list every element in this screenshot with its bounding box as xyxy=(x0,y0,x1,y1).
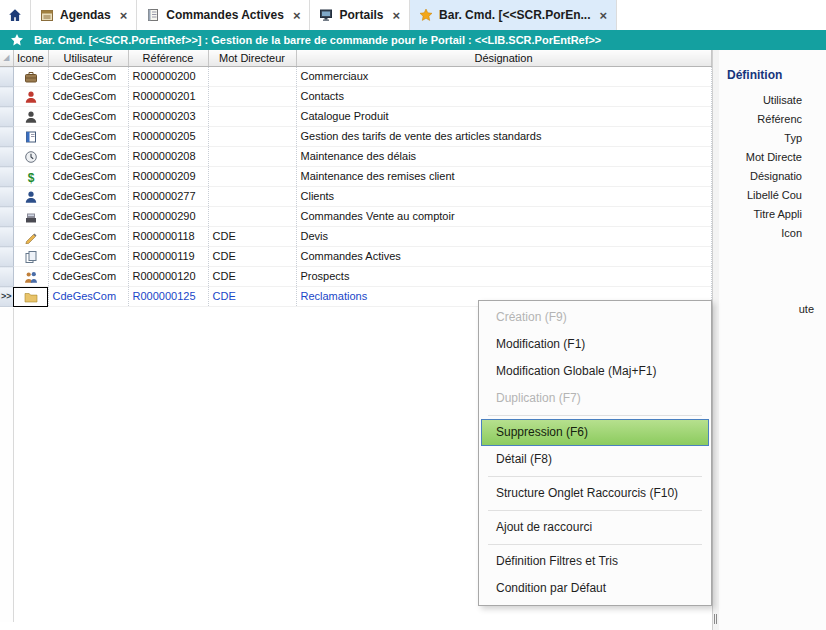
designation-cell: Maintenance des remises client xyxy=(296,167,711,187)
title-bar: Bar. Cmd. [<<SCR.PorEntRef>>] : Gestion … xyxy=(0,30,826,50)
splitter-grip-icon[interactable] xyxy=(714,614,715,624)
column-header-designation[interactable]: Désignation xyxy=(296,50,711,67)
notebook-icon xyxy=(146,8,160,22)
keyword-cell xyxy=(208,167,296,187)
reference-cell: R000000209 xyxy=(128,167,208,187)
pencil-icon xyxy=(24,230,38,244)
row-icon-cell xyxy=(13,67,48,87)
tab-close-icon[interactable]: × xyxy=(120,8,128,23)
table-row[interactable]: CdeGesComR000000277Clients xyxy=(0,187,711,207)
documents-icon xyxy=(24,250,38,264)
menu-item-detail-f8[interactable]: Détail (F8) xyxy=(479,446,711,473)
table-row[interactable]: CdeGesComR000000119CDECommandes Actives xyxy=(0,247,711,267)
user-cell: CdeGesCom xyxy=(48,87,128,107)
keyword-cell xyxy=(208,107,296,127)
user-cell: CdeGesCom xyxy=(48,107,128,127)
tab-bar-cmd[interactable]: Bar. Cmd. [<<SCR.PorEn...× xyxy=(409,0,617,30)
row-marker: >> xyxy=(0,287,13,307)
row-icon-cell xyxy=(13,107,48,127)
user-cell: CdeGesCom xyxy=(48,167,128,187)
row-marker xyxy=(0,227,13,247)
context-menu: Création (F9)Modification (F1)Modificati… xyxy=(478,300,712,606)
keyword-cell: CDE xyxy=(208,227,296,247)
user-cell: CdeGesCom xyxy=(48,287,128,307)
row-marker xyxy=(0,267,13,287)
table-row[interactable]: $CdeGesComR000000209Maintenance des remi… xyxy=(0,167,711,187)
keyword-cell xyxy=(208,67,296,87)
tab-label: Bar. Cmd. [<<SCR.PorEn... xyxy=(439,8,590,22)
row-marker xyxy=(0,207,13,227)
table-row[interactable]: CdeGesComR000000120CDEProspects xyxy=(0,267,711,287)
menu-item-modification-globale-maj-f1[interactable]: Modification Globale (Maj+F1) xyxy=(479,358,711,385)
menu-item-condition-par-defaut[interactable]: Condition par Défaut xyxy=(479,575,711,602)
designation-cell: Commandes Vente au comptoir xyxy=(296,207,711,227)
table-row[interactable]: CdeGesComR000000118CDEDevis xyxy=(0,227,711,247)
tab-portails[interactable]: Portails× xyxy=(309,0,409,30)
field-label-libelle-cou: Libellé Cou xyxy=(746,186,802,205)
menu-item-modification-f1[interactable]: Modification (F1) xyxy=(479,331,711,358)
table-row[interactable]: CdeGesComR000000208Maintenance des délai… xyxy=(0,147,711,167)
tab-close-icon[interactable]: × xyxy=(293,8,301,23)
row-marker xyxy=(0,107,13,127)
row-icon-cell xyxy=(13,287,48,307)
tab-strip: Agendas×Commandes Actives×Portails×Bar. … xyxy=(30,0,617,30)
reference-cell: R000000208 xyxy=(128,147,208,167)
table-row[interactable]: CdeGesComR000000205Gestion des tarifs de… xyxy=(0,127,711,147)
column-header-reference[interactable]: Référence xyxy=(128,50,208,67)
tab-commandes-actives[interactable]: Commandes Actives× xyxy=(136,0,309,30)
user-cell: CdeGesCom xyxy=(48,127,128,147)
home-button[interactable] xyxy=(0,0,30,30)
menu-separator xyxy=(488,415,702,416)
user-cell: CdeGesCom xyxy=(48,187,128,207)
user-cell: CdeGesCom xyxy=(48,207,128,227)
designation-cell: Devis xyxy=(296,227,711,247)
tab-close-icon[interactable]: × xyxy=(393,8,401,23)
designation-cell: Prospects xyxy=(296,267,711,287)
row-marker xyxy=(0,67,13,87)
reference-cell: R000000201 xyxy=(128,87,208,107)
designation-cell: Contacts xyxy=(296,87,711,107)
designation-cell: Commerciaux xyxy=(296,67,711,87)
client-person-icon xyxy=(24,190,38,204)
field-label-referenc: Référenc xyxy=(746,110,802,129)
field-label-designatio: Désignatio xyxy=(746,167,802,186)
designation-cell: Catalogue Produit xyxy=(296,107,711,127)
table-row[interactable]: CdeGesComR000000290Commandes Vente au co… xyxy=(0,207,711,227)
tab-close-icon[interactable]: × xyxy=(599,8,607,23)
row-icon-cell xyxy=(13,147,48,167)
menu-item-suppression-f6[interactable]: Suppression (F6) xyxy=(481,419,709,446)
people-icon xyxy=(24,270,38,284)
keyword-cell xyxy=(208,207,296,227)
panel-title: Définition xyxy=(727,68,782,82)
row-icon-cell xyxy=(13,267,48,287)
field-label-mot-directe: Mot Directe xyxy=(746,148,802,167)
column-header-mot-directeur[interactable]: Mot Directeur xyxy=(208,50,296,67)
table-row[interactable]: CdeGesComR000000200Commerciaux xyxy=(0,67,711,87)
select-all-corner[interactable]: ◢ xyxy=(0,50,13,67)
menu-item-definition-filtres-et-tris[interactable]: Définition Filtres et Tris xyxy=(479,548,711,575)
dollar-icon: $ xyxy=(24,170,38,184)
menu-item-structure-onglet-raccourcis-f10[interactable]: Structure Onglet Raccourcis (F10) xyxy=(479,480,711,507)
column-header-utilisateur[interactable]: Utilisateur xyxy=(48,50,128,67)
reference-cell: R000000205 xyxy=(128,127,208,147)
row-marker xyxy=(0,127,13,147)
star-icon xyxy=(10,33,24,47)
tariff-book-icon xyxy=(24,130,38,144)
menu-item-ajout-de-raccourci[interactable]: Ajout de raccourci xyxy=(479,514,711,541)
tab-agendas[interactable]: Agendas× xyxy=(30,0,136,30)
column-header-icone[interactable]: Icone xyxy=(13,50,48,67)
table-row[interactable]: CdeGesComR000000203Catalogue Produit xyxy=(0,107,711,127)
user-cell: CdeGesCom xyxy=(48,67,128,87)
designation-cell: Maintenance des délais xyxy=(296,147,711,167)
user-cell: CdeGesCom xyxy=(48,147,128,167)
tab-bar: Agendas×Commandes Actives×Portails×Bar. … xyxy=(0,0,826,30)
row-marker xyxy=(0,147,13,167)
reference-cell: R000000277 xyxy=(128,187,208,207)
reference-cell: R000000200 xyxy=(128,67,208,87)
keyword-cell: CDE xyxy=(208,287,296,307)
keyword-cell xyxy=(208,87,296,107)
tab-label: Portails xyxy=(339,8,383,22)
table-row[interactable]: CdeGesComR000000201Contacts xyxy=(0,87,711,107)
designation-cell: Clients xyxy=(296,187,711,207)
reference-cell: R000000118 xyxy=(128,227,208,247)
